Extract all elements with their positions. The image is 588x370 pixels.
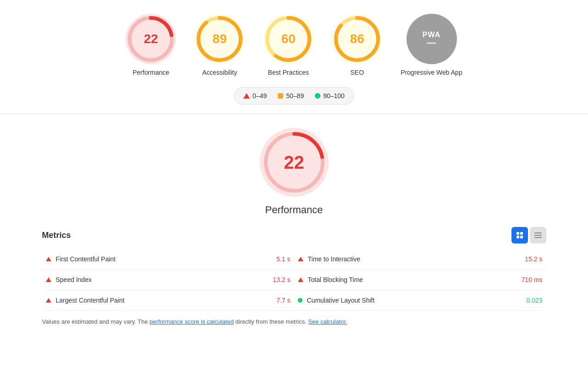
- square-icon: [278, 93, 283, 99]
- metric-value-tti: 15.2 s: [525, 255, 542, 263]
- gauge-accessibility: 89 Accessibility: [194, 14, 245, 76]
- warning-icon-si: [46, 277, 51, 282]
- gauge-label-best-practices: Best Practices: [268, 69, 309, 76]
- metric-value-tbt: 710 ms: [522, 276, 543, 283]
- warning-icon-tbt: [298, 277, 303, 282]
- gauge-best-practices: 60 Best Practices: [263, 14, 313, 76]
- metric-row-si: Speed Index 13.2 s: [42, 270, 294, 290]
- metric-row-cls: Cumulative Layout Shift 0.023: [294, 290, 546, 311]
- metrics-header: Metrics: [42, 227, 546, 243]
- legend: 0–49 50–89 90–100: [234, 87, 354, 105]
- gauge-label-performance: Performance: [132, 69, 169, 76]
- metric-name-tti: Time to Interactive: [308, 255, 521, 263]
- gauge-circle-accessibility: 89: [194, 14, 245, 64]
- warning-icon-lcp: [46, 298, 51, 303]
- metric-name-fcp: First Contentful Paint: [56, 255, 272, 263]
- metric-value-cls: 0.023: [526, 297, 542, 304]
- gauge-label-seo: SEO: [351, 69, 364, 76]
- metric-name-si: Speed Index: [56, 276, 269, 283]
- footer-text-middle: directly from these metrics.: [234, 318, 308, 325]
- footer-link-calculator[interactable]: performance score is calculated: [149, 318, 234, 325]
- gauge-number-accessibility: 89: [213, 32, 227, 46]
- footer-note: Values are estimated and may vary. The p…: [42, 318, 546, 325]
- footer-text-before: Values are estimated and may vary. The: [42, 318, 150, 325]
- pwa-circle: PWA —: [407, 14, 457, 64]
- legend-label-high: 90–100: [323, 92, 345, 99]
- metric-name-cls: Cumulative Layout Shift: [307, 297, 522, 304]
- pwa-label: Progressive Web App: [401, 69, 462, 76]
- metrics-section: Metrics: [42, 227, 546, 325]
- list-icon: [534, 232, 542, 238]
- section-title: Performance: [265, 204, 323, 216]
- gauges-row: 22 Performance 89 Accessibility: [126, 14, 462, 76]
- large-gauge: 22: [260, 128, 329, 197]
- metrics-grid: First Contentful Paint 5.1 s Speed Index…: [42, 249, 546, 311]
- gauge-number-best-practices: 60: [281, 32, 296, 46]
- warning-icon-tti: [298, 257, 303, 261]
- legend-item-low: 0–49: [243, 92, 267, 99]
- metrics-title: Metrics: [42, 231, 71, 240]
- metric-row-fcp: First Contentful Paint 5.1 s: [42, 249, 294, 270]
- pwa-dash: —: [427, 37, 436, 48]
- metric-name-tbt: Total Blocking Time: [308, 276, 517, 283]
- metric-name-lcp: Largest Contentful Paint: [56, 297, 272, 304]
- gauge-number-performance: 22: [144, 32, 158, 46]
- toggle-list-button[interactable]: [530, 227, 546, 243]
- footer-link-see-calculator[interactable]: See calculator.: [308, 318, 347, 325]
- gauge-pwa: PWA — Progressive Web App: [401, 14, 462, 76]
- legend-item-mid: 50–89: [278, 92, 304, 99]
- metric-row-lcp: Largest Contentful Paint 7.7 s: [42, 290, 294, 311]
- gauge-circle-performance: 22: [126, 14, 176, 64]
- gauge-circle-best-practices: 60: [263, 14, 313, 64]
- metrics-right-col: Time to Interactive 15.2 s Total Blockin…: [294, 249, 546, 311]
- metric-value-si: 13.2 s: [273, 276, 290, 283]
- metric-value-fcp: 5.1 s: [276, 255, 290, 263]
- triangle-icon: [243, 93, 250, 99]
- top-section: 22 Performance 89 Accessibility: [0, 0, 588, 114]
- large-gauge-number: 22: [284, 152, 304, 173]
- metric-value-lcp: 7.7 s: [276, 297, 290, 304]
- gauge-seo: 86 SEO: [332, 14, 382, 76]
- main-section: 22 Performance Metrics: [0, 114, 588, 339]
- metrics-left-col: First Contentful Paint 5.1 s Speed Index…: [42, 249, 294, 311]
- legend-label-low: 0–49: [253, 92, 267, 99]
- toggle-grid-button[interactable]: [511, 227, 528, 243]
- gauge-number-seo: 86: [350, 32, 364, 46]
- grid-icon: [517, 232, 523, 238]
- legend-item-high: 90–100: [315, 92, 345, 99]
- gauge-circle-seo: 86: [332, 14, 382, 64]
- view-toggle: [511, 227, 546, 243]
- gauge-performance: 22 Performance: [126, 14, 176, 76]
- warning-icon-fcp: [46, 257, 51, 261]
- metric-row-tti: Time to Interactive 15.2 s: [294, 249, 546, 270]
- circle-icon: [315, 93, 320, 99]
- gauge-label-accessibility: Accessibility: [202, 69, 237, 76]
- good-icon-cls: [298, 298, 302, 303]
- legend-label-mid: 50–89: [286, 92, 304, 99]
- metric-row-tbt: Total Blocking Time 710 ms: [294, 270, 546, 290]
